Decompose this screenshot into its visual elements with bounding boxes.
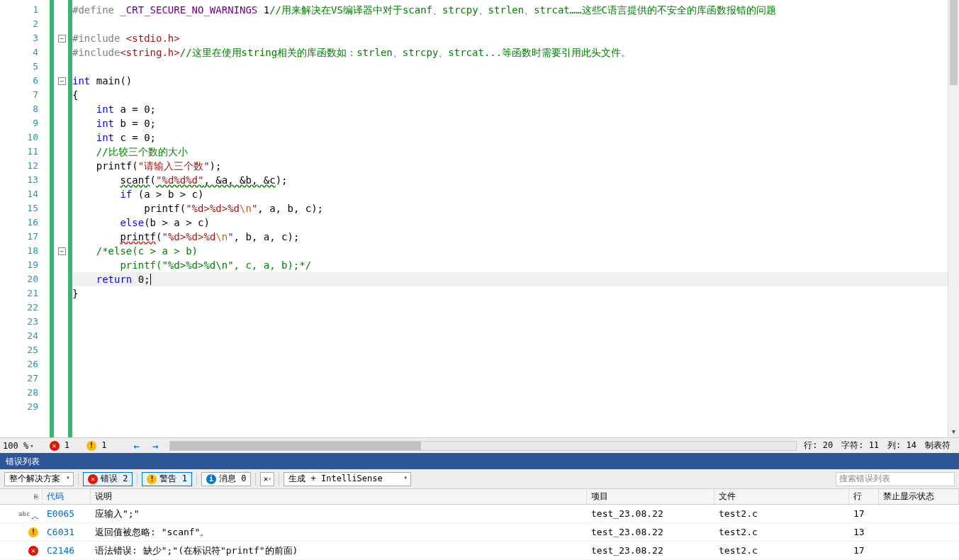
scope-dropdown[interactable]: 整个解决方案 [4, 472, 74, 486]
line-number-gutter: 1 2 3 4 5 6 7 8 9 10 11 12 13 14 15 16 1… [0, 0, 50, 437]
cursor-col: 列: 14 [887, 439, 916, 452]
line-number: 4 [0, 45, 50, 60]
line-number: 3 [0, 31, 50, 45]
error-indicator[interactable]: ✕ 1 [50, 440, 69, 451]
warning-icon: ! [86, 441, 96, 451]
error-list-title: 错误列表 [0, 454, 959, 469]
vertical-scrollbar[interactable]: ▲ ▼ [948, 0, 959, 437]
fold-column: − − − [55, 0, 68, 437]
col-suppress[interactable]: 禁止显示状态 [879, 489, 959, 504]
error-desc: 语法错误: 缺少";"(在标识符"printf"的前面) [91, 544, 587, 557]
line-number: 17 [0, 230, 50, 244]
line-number: 14 [0, 187, 50, 201]
search-error-input[interactable]: 搜索错误列表 [836, 472, 955, 486]
error-icon: ✕ [88, 474, 98, 484]
error-code: C6031 [43, 527, 91, 537]
error-proj: test_23.08.22 [587, 527, 714, 537]
line-number: 2 [0, 17, 50, 31]
line-number: 29 [0, 400, 50, 414]
table-row[interactable]: ! C6031 返回值被忽略: "scanf"。 test_23.08.22 t… [0, 523, 959, 542]
col-severity[interactable]: ⎘ [0, 489, 43, 504]
line-number: 10 [0, 130, 50, 145]
intellisense-icon: abc [18, 510, 30, 517]
line-number: 24 [0, 329, 50, 343]
line-number: 6 [0, 74, 50, 88]
line-number: 27 [0, 371, 50, 386]
editor-status-bar: 100 % ▾ ✕ 1 ! 1 ← → 行: 20 字符: 11 列: 14 制… [0, 437, 959, 453]
col-project[interactable]: 项目 [587, 489, 714, 504]
line-number: 7 [0, 88, 50, 102]
error-proj: test_23.08.22 [587, 508, 714, 519]
tabs-mode: 制表符 [925, 439, 950, 452]
line-number: 11 [0, 145, 50, 159]
error-code: E0065 [43, 508, 91, 519]
line-number: 9 [0, 116, 50, 130]
error-line: 17 [849, 545, 879, 556]
line-number: 25 [0, 343, 50, 357]
table-row[interactable]: abc E0065 应输入";" test_23.08.22 test2.c 1… [0, 505, 959, 523]
line-number: 13 [0, 173, 50, 187]
col-description[interactable]: 说明 [91, 489, 587, 504]
warning-icon: ! [147, 474, 157, 484]
error-file: test2.c [714, 508, 849, 519]
warning-indicator[interactable]: ! 1 [86, 440, 106, 451]
error-desc: 应输入";" [91, 508, 587, 520]
error-list-table: ⎘ 代码 说明 项目 文件 行 禁止显示状态 abc E0065 应输入";" … [0, 489, 959, 560]
cursor-line: 行: 20 [804, 439, 833, 452]
error-icon: ✕ [50, 441, 60, 451]
line-number: 21 [0, 286, 50, 301]
error-file: test2.c [714, 527, 849, 537]
warnings-filter-button[interactable]: !警告 1 [142, 472, 191, 486]
line-number: 22 [0, 301, 50, 315]
horizontal-scrollbar[interactable] [169, 441, 797, 451]
messages-filter-button[interactable]: i消息 0 [201, 472, 251, 486]
table-header: ⎘ 代码 说明 项目 文件 行 禁止显示状态 [0, 489, 959, 505]
nav-back-icon[interactable]: ← [129, 440, 143, 452]
line-number: 15 [0, 201, 50, 215]
error-line: 13 [849, 527, 879, 537]
change-marker [50, 0, 54, 437]
line-number: 1 [0, 3, 50, 17]
error-code: C2146 [43, 545, 91, 556]
fold-toggle[interactable]: − [55, 244, 68, 258]
info-icon: i [206, 474, 216, 484]
scrollbar-thumb[interactable] [170, 442, 420, 450]
line-number: 8 [0, 102, 50, 116]
code-editor: 1 2 3 4 5 6 7 8 9 10 11 12 13 14 15 16 1… [0, 0, 959, 453]
col-code[interactable]: 代码 [43, 489, 91, 504]
clear-filter-button[interactable]: ✕▾ [260, 472, 274, 486]
line-number: 16 [0, 215, 50, 230]
line-number: 23 [0, 315, 50, 329]
scroll-down-icon[interactable]: ▼ [948, 426, 959, 437]
error-desc: 返回值被忽略: "scanf"。 [91, 526, 587, 539]
line-number: 26 [0, 357, 50, 371]
build-source-dropdown[interactable]: 生成 + IntelliSense [284, 472, 411, 486]
error-proj: test_23.08.22 [587, 545, 714, 556]
warning-icon: ! [28, 527, 38, 537]
line-number: 12 [0, 159, 50, 173]
error-file: test2.c [714, 545, 849, 556]
fold-toggle[interactable]: − [55, 31, 68, 45]
line-number: 5 [0, 60, 50, 74]
fold-toggle[interactable]: − [55, 74, 68, 88]
cursor-char: 字符: 11 [841, 439, 879, 452]
col-file[interactable]: 文件 [714, 489, 849, 504]
line-number: 28 [0, 386, 50, 400]
nav-forward-icon[interactable]: → [148, 440, 162, 452]
scrollbar-thumb[interactable] [950, 0, 958, 85]
errors-filter-button[interactable]: ✕错误 2 [83, 472, 133, 486]
error-list-toolbar: 整个解决方案 ✕错误 2 !警告 1 i消息 0 ✕▾ 生成 + Intelli… [0, 469, 959, 489]
col-line[interactable]: 行 [849, 489, 879, 504]
error-list-panel: 错误列表 整个解决方案 ✕错误 2 !警告 1 i消息 0 ✕▾ 生成 + In… [0, 453, 959, 560]
error-line: 17 [849, 508, 879, 519]
line-number: 19 [0, 258, 50, 272]
zoom-level-dropdown[interactable]: 100 % ▾ [3, 441, 34, 451]
code-container: 1 2 3 4 5 6 7 8 9 10 11 12 13 14 15 16 1… [0, 0, 959, 437]
code-text-area[interactable]: #define _CRT_SECURE_NO_WARNINGS 1//用来解决在… [72, 0, 959, 437]
line-number: 18 [0, 244, 50, 258]
table-row[interactable]: ✕ C2146 语法错误: 缺少";"(在标识符"printf"的前面) tes… [0, 542, 959, 560]
error-icon: ✕ [28, 546, 38, 556]
line-number: 20 [0, 272, 50, 286]
